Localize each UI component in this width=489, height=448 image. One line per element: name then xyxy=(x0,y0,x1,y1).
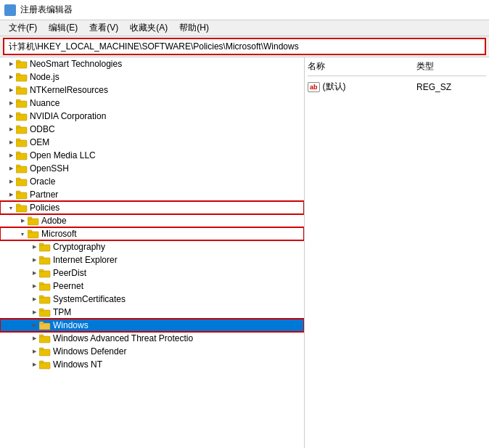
item-label-microsoft: Microsoft xyxy=(41,229,77,239)
svg-rect-8 xyxy=(16,114,27,121)
item-label-odbc: ODBC xyxy=(30,124,55,134)
item-label-windowsdefender: Windows Defender xyxy=(53,346,126,357)
tree-item-windows[interactable]: Windows xyxy=(0,319,304,332)
tree-item-openmedia[interactable]: Open Media LLC xyxy=(0,149,304,162)
chevron-partner[interactable] xyxy=(6,190,16,200)
item-label-windowsatp: Windows Advanced Threat Protectio xyxy=(53,333,193,343)
tree-item-openssh[interactable]: OpenSSH xyxy=(0,162,304,175)
svg-rect-1 xyxy=(16,60,20,62)
tree-item-oracle[interactable]: Oracle xyxy=(0,175,304,188)
tree-item-nvidia[interactable]: NVIDIA Corporation xyxy=(0,110,304,123)
chevron-odbc[interactable] xyxy=(6,124,16,134)
tree-item-policies[interactable]: Policies xyxy=(0,201,304,214)
chevron-cryptography[interactable] xyxy=(29,242,39,252)
chevron-oem[interactable] xyxy=(6,137,16,147)
folder-icon-internetexplorer xyxy=(39,255,51,265)
chevron-nuance[interactable] xyxy=(6,98,16,108)
chevron-neosmart[interactable] xyxy=(6,59,16,69)
chevron-openmedia[interactable] xyxy=(6,150,16,160)
folder-icon-nuance xyxy=(16,98,28,108)
chevron-peerdist[interactable] xyxy=(29,268,39,278)
svg-rect-24 xyxy=(28,219,38,225)
tree-item-oem[interactable]: OEM xyxy=(0,136,304,149)
chevron-windowsnt[interactable] xyxy=(29,359,39,370)
menu-help[interactable]: 帮助(H) xyxy=(173,20,215,36)
chevron-policies[interactable] xyxy=(6,203,16,213)
address-bar[interactable]: 计算机\HKEY_LOCAL_MACHINE\SOFTWARE\Policies… xyxy=(3,38,486,55)
folder-icon-peernet xyxy=(39,281,51,291)
col-name-header: 名称 xyxy=(308,60,416,73)
tree-item-peernet[interactable]: Peernet xyxy=(0,280,304,293)
svg-rect-9 xyxy=(16,113,20,115)
folder-icon-systemcertificates xyxy=(39,294,51,304)
chevron-nvidia[interactable] xyxy=(6,111,16,121)
svg-rect-40 xyxy=(39,323,50,330)
window-title: 注册表编辑器 xyxy=(20,4,73,16)
tree-item-internetexplorer[interactable]: Internet Explorer xyxy=(0,253,304,266)
right-row-name: ab (默认) xyxy=(308,81,416,93)
item-label-adobe: Adobe xyxy=(41,216,67,226)
svg-rect-33 xyxy=(39,269,44,272)
tree-item-windowsdefender[interactable]: Windows Defender xyxy=(0,345,304,358)
tree-item-nodejs[interactable]: Node.js xyxy=(0,70,304,84)
tree-item-systemcertificates[interactable]: SystemCertificates xyxy=(0,293,304,306)
svg-rect-25 xyxy=(28,217,32,219)
svg-rect-14 xyxy=(16,153,27,160)
tree-item-microsoft[interactable]: Microsoft xyxy=(0,227,304,240)
chevron-ntkernelresources[interactable] xyxy=(6,85,16,95)
chevron-tpm[interactable] xyxy=(29,307,39,317)
tree-item-odbc[interactable]: ODBC xyxy=(0,123,304,136)
folder-icon-oem xyxy=(16,137,28,147)
chevron-internetexplorer[interactable] xyxy=(29,255,39,265)
chevron-oracle[interactable] xyxy=(6,176,16,187)
tree-item-neosmart[interactable]: NeoSmart Technologies xyxy=(0,57,304,70)
folder-icon-windowsdefender xyxy=(39,346,51,357)
tree-item-nuance[interactable]: Nuance xyxy=(0,97,304,110)
tree-item-cryptography[interactable]: Cryptography xyxy=(0,240,304,253)
title-bar: 注册表编辑器 xyxy=(0,0,489,20)
menu-view[interactable]: 查看(V) xyxy=(83,20,124,36)
tree-item-windowsnt[interactable]: Windows NT xyxy=(0,358,304,371)
item-label-nuance: Nuance xyxy=(30,98,59,108)
tree-item-peerdist[interactable]: PeerDist xyxy=(0,266,304,280)
svg-rect-22 xyxy=(16,205,27,212)
menu-edit[interactable]: 编辑(E) xyxy=(43,20,83,36)
right-panel-header: 名称 类型 xyxy=(308,60,486,76)
item-label-oracle: Oracle xyxy=(30,176,55,187)
chevron-openssh[interactable] xyxy=(6,163,16,174)
chevron-systemcertificates[interactable] xyxy=(29,294,39,304)
tree-item-windowsatp[interactable]: Windows Advanced Threat Protectio xyxy=(0,332,304,345)
svg-rect-37 xyxy=(39,296,44,298)
svg-rect-34 xyxy=(39,284,50,290)
chevron-windowsatp[interactable] xyxy=(29,333,39,343)
tree-item-partner[interactable]: Partner xyxy=(0,188,304,201)
svg-rect-41 xyxy=(39,322,44,324)
chevron-microsoft[interactable] xyxy=(17,229,28,239)
chevron-windows[interactable] xyxy=(29,320,39,330)
tree-item-ntkernelresources[interactable]: NTKernelResources xyxy=(0,84,304,97)
folder-icon-policies xyxy=(16,203,28,213)
item-label-systemcertificates: SystemCertificates xyxy=(53,294,126,304)
svg-rect-11 xyxy=(16,126,20,128)
chevron-windowsdefender[interactable] xyxy=(29,346,39,357)
menu-file[interactable]: 文件(F) xyxy=(3,20,43,36)
chevron-adobe[interactable] xyxy=(17,216,28,226)
folder-icon-openssh xyxy=(16,163,28,174)
svg-rect-19 xyxy=(16,178,20,180)
tree-item-tpm[interactable]: TPM xyxy=(0,306,304,319)
folder-icon-windowsnt xyxy=(39,359,51,370)
menu-favorites[interactable]: 收藏夹(A) xyxy=(124,20,173,36)
svg-rect-5 xyxy=(16,86,20,89)
svg-rect-46 xyxy=(39,362,50,369)
address-path: 计算机\HKEY_LOCAL_MACHINE\SOFTWARE\Policies… xyxy=(9,41,299,53)
svg-rect-13 xyxy=(16,139,20,141)
folder-icon-cryptography xyxy=(39,242,51,252)
svg-rect-6 xyxy=(16,101,27,107)
chevron-nodejs[interactable] xyxy=(6,72,16,82)
item-label-ntkernelresources: NTKernelResources xyxy=(30,85,108,95)
tree-item-adobe[interactable]: Adobe xyxy=(0,214,304,227)
right-row-default[interactable]: ab (默认) REG_SZ xyxy=(308,79,486,94)
item-label-nvidia: NVIDIA Corporation xyxy=(30,111,106,121)
chevron-peernet[interactable] xyxy=(29,281,39,291)
svg-rect-44 xyxy=(39,349,50,356)
